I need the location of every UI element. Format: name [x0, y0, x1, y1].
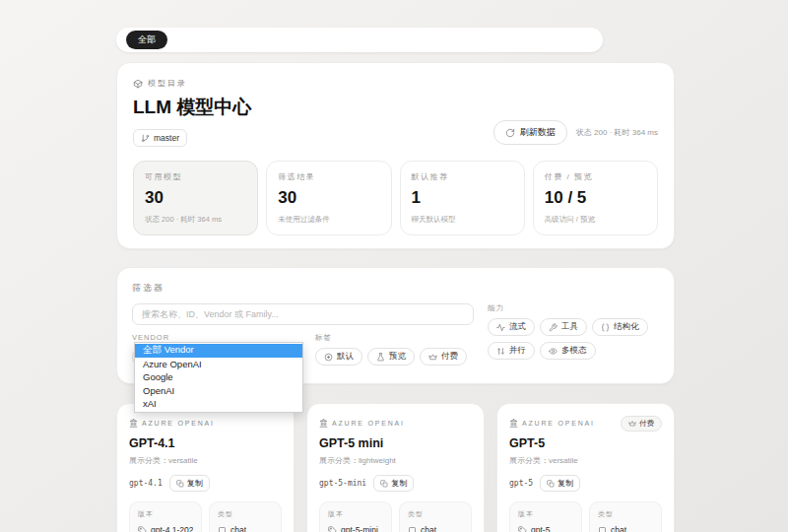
header-left: 模型目录 LLM 模型中心 master	[133, 78, 251, 147]
stat-card-paid-preview: 付费 / 预览 10 / 5 高级访问 / 预览	[533, 161, 658, 235]
capability-pill-multimodal[interactable]: 多模态	[540, 342, 596, 360]
stat-card-filtered: 筛选结果 30 未使用过滤条件	[266, 161, 391, 235]
copy-button[interactable]: 复制	[373, 475, 414, 492]
vendor-label: AZURE OPENAI	[522, 420, 595, 427]
model-id: gpt-5	[509, 479, 533, 488]
git-branch-icon	[141, 134, 150, 143]
crown-icon	[428, 353, 437, 362]
field-type: 类型 chat	[209, 501, 282, 532]
flask-icon	[376, 353, 385, 362]
vendor-option-azure-openai[interactable]: Azure OpenAI	[135, 358, 302, 371]
braces-icon	[601, 323, 610, 332]
stat-card-available: 可用模型 30 状态 200 · 耗时 364 ms	[133, 161, 258, 235]
tag-pill-preview[interactable]: 预览	[367, 348, 415, 366]
tag-icon	[518, 526, 527, 532]
square-icon	[408, 526, 417, 532]
tags-label: 标签	[315, 333, 467, 343]
parallel-arrows-icon	[496, 347, 505, 356]
crown-icon	[628, 420, 636, 428]
model-name: GPT-4.1	[129, 436, 282, 450]
tag-icon	[138, 526, 147, 532]
capability-pill-tools[interactable]: 工具	[540, 318, 587, 336]
branch-badge: master	[133, 129, 187, 147]
tag-icon	[328, 526, 337, 532]
vendor-label: AZURE OPENAI	[332, 420, 405, 427]
model-category: 展示分类：versatile	[129, 455, 282, 466]
field-version: 版本 gpt-5	[509, 501, 582, 532]
status-text: 状态 200 · 耗时 364 ms	[576, 127, 658, 138]
model-name: GPT-5 mini	[319, 436, 472, 450]
vendor-label: VENDOR	[132, 333, 301, 342]
main-column: 全部 模型目录 LLM 模型中心 master	[116, 0, 675, 532]
model-category: 展示分类：versatile	[509, 455, 662, 466]
field-version: 版本 gpt-5-mini	[319, 501, 392, 532]
filter-all-pill[interactable]: 全部	[126, 31, 167, 49]
field-version: 版本 gpt-4.1-2025-...	[129, 501, 202, 532]
stat-card-default: 默认推荐 1 聊天默认模型	[400, 161, 525, 235]
capability-pill-parallel[interactable]: 并行	[488, 342, 535, 360]
copy-button[interactable]: 复制	[540, 475, 580, 492]
circle-dot-icon	[324, 353, 333, 362]
paid-badge: 付费	[621, 416, 662, 432]
eyebrow-label: 模型目录	[148, 78, 187, 89]
search-input[interactable]	[132, 303, 474, 325]
field-type: 类型 chat	[589, 501, 662, 532]
vendor-label: AZURE OPENAI	[142, 420, 215, 427]
vendor-option-google[interactable]: Google	[135, 370, 302, 384]
catalog-icon	[133, 79, 143, 89]
header-right: 刷新数据 状态 200 · 耗时 364 ms	[493, 120, 658, 147]
page-title: LLM 模型中心	[133, 95, 251, 120]
capability-pill-structured[interactable]: 结构化	[592, 318, 648, 336]
tag-pill-default[interactable]: 默认	[315, 348, 362, 366]
capabilities-label: 能力	[488, 303, 659, 313]
model-card-gpt-4-1: AZURE OPENAI GPT-4.1 展示分类：versatile gpt-…	[116, 403, 295, 532]
model-card-gpt-5: AZURE OPENAI 付费 GPT-5 展示分类：versatile gpt…	[496, 403, 675, 532]
eye-icon	[549, 347, 558, 356]
copy-icon	[380, 480, 388, 488]
refresh-button[interactable]: 刷新数据	[493, 120, 567, 145]
activity-icon	[496, 323, 505, 332]
capabilities-group: 能力 流式 工具	[488, 303, 659, 367]
model-id: gpt-5-mini	[319, 479, 366, 488]
model-category: 展示分类：lightweight	[319, 455, 472, 466]
wrench-icon	[549, 323, 558, 332]
refresh-icon	[505, 128, 515, 138]
vendor-option-xai[interactable]: xAI	[135, 397, 302, 411]
vendor-option-openai[interactable]: OpenAI	[135, 384, 302, 398]
branch-label: master	[154, 133, 179, 143]
copy-button[interactable]: 复制	[169, 475, 210, 492]
vendor-dropdown-menu: 全部 Vendor Azure OpenAI Google OpenAI xAI	[134, 342, 303, 413]
model-id: gpt-4.1	[129, 479, 163, 488]
building-icon	[509, 419, 518, 428]
field-type: 类型 chat	[399, 501, 472, 532]
copy-icon	[547, 480, 555, 488]
building-icon	[129, 419, 138, 428]
tag-pill-paid[interactable]: 付费	[420, 348, 467, 366]
refresh-label: 刷新数据	[520, 126, 556, 139]
top-filter-bar: 全部	[116, 28, 603, 52]
model-card-gpt-5-mini: AZURE OPENAI GPT-5 mini 展示分类：lightweight…	[306, 403, 485, 532]
model-grid: AZURE OPENAI GPT-4.1 展示分类：versatile gpt-…	[116, 403, 675, 532]
copy-icon	[176, 480, 184, 488]
header-card: 模型目录 LLM 模型中心 master 刷新数据 状态 200 ·	[116, 62, 675, 249]
square-icon	[598, 526, 607, 532]
tags-group: 标签 默认	[315, 333, 467, 367]
building-icon	[319, 419, 328, 428]
square-icon	[218, 526, 227, 532]
model-name: GPT-5	[509, 436, 662, 450]
vendor-option-all[interactable]: 全部 Vendor	[135, 344, 302, 358]
filters-title: 筛选器	[132, 282, 659, 295]
stats-row: 可用模型 30 状态 200 · 耗时 364 ms 筛选结果 30 未使用过滤…	[133, 161, 658, 235]
capability-pill-stream[interactable]: 流式	[488, 318, 535, 336]
